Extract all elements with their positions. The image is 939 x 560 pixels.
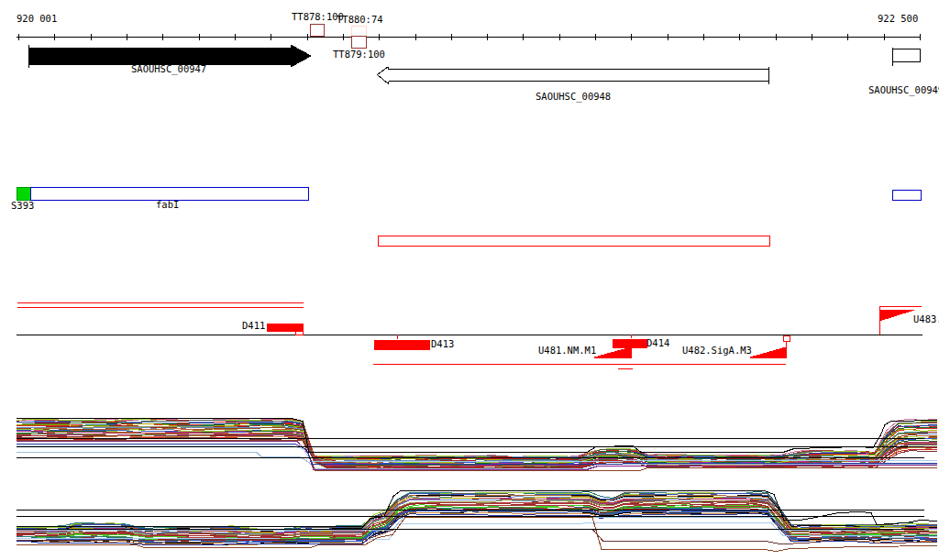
feature-tt879-box[interactable] [352,37,367,49]
label-d413: D413 [431,338,454,349]
feature-d413-box[interactable] [374,340,430,350]
label-tt880: TT880:74 [337,14,383,25]
gene-saouhsc-00948-arrow[interactable] [378,67,769,84]
label-s393: S393 [11,200,34,211]
feature-blue-box-right[interactable] [893,191,922,201]
gene-saouhsc-00949-box[interactable] [893,49,921,62]
feature-u482-square [784,336,790,342]
feature-u483-ramp[interactable] [879,310,914,321]
genome-graphics-canvas [0,0,939,560]
label-u482: U482.SigA.M3 [682,345,752,356]
label-gene-00949: SAOUHSC_00949 [868,84,939,95]
label-tt879: TT879:100 [333,49,385,60]
feature-red-open-rect[interactable] [379,236,770,247]
feature-tt880-box[interactable] [352,27,367,37]
feature-d411-box[interactable] [267,324,304,332]
label-d414: D414 [646,337,669,348]
label-fabi: fabI [156,199,179,210]
label-d411: D411 [242,320,265,331]
feature-s393-box[interactable] [17,188,31,201]
ruler-start-label: 920 001 [17,13,57,24]
feature-d411-notch [296,332,304,335]
label-gene-00947: SAOUHSC_00947 [131,63,206,74]
feature-u482-ramp[interactable] [750,347,786,357]
label-u483: U483. [913,313,939,324]
genome-browser-window: 920 001922 500TT878:100TT880:74TT879:100… [0,0,939,560]
label-u481: U481.NM.M1 [538,345,596,356]
feature-d414-box[interactable] [613,339,647,348]
feature-tt878-box[interactable] [311,25,325,37]
ruler-end-label: 922 500 [878,13,918,24]
label-gene-00948: SAOUHSC_00948 [536,91,611,102]
feature-u481-ramp[interactable] [594,347,631,357]
